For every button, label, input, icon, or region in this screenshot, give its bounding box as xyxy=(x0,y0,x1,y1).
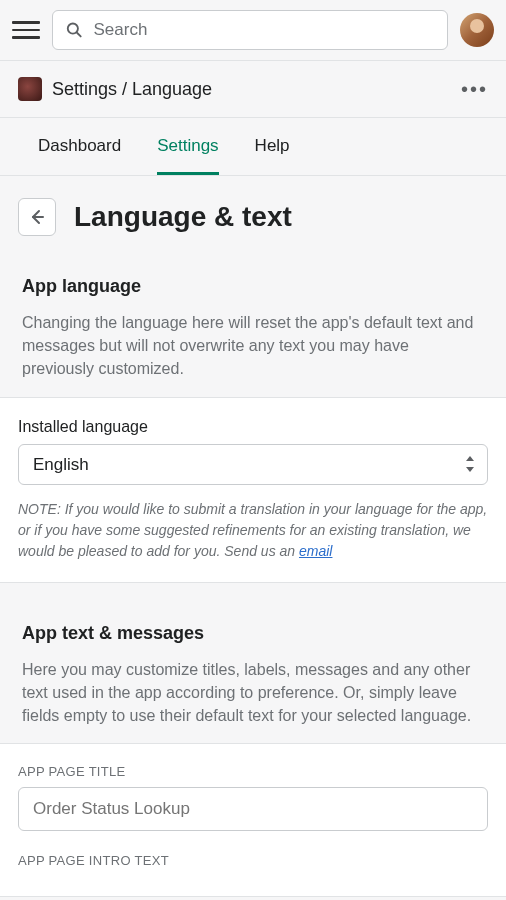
section-title-app-language: App language xyxy=(22,276,484,297)
more-actions-button[interactable]: ••• xyxy=(461,78,488,101)
email-link[interactable]: email xyxy=(299,543,332,559)
tab-settings[interactable]: Settings xyxy=(157,118,218,175)
installed-language-note: NOTE: If you would like to submit a tran… xyxy=(18,499,488,562)
app-page-title-label: APP PAGE TITLE xyxy=(18,764,488,779)
tabs: Dashboard Settings Help xyxy=(0,118,506,176)
search-box[interactable] xyxy=(52,10,448,50)
svg-line-1 xyxy=(77,33,81,37)
installed-language-label: Installed language xyxy=(18,418,488,436)
arrow-left-icon xyxy=(27,207,47,227)
search-icon xyxy=(65,20,83,40)
tab-dashboard[interactable]: Dashboard xyxy=(38,118,121,175)
hamburger-menu-button[interactable] xyxy=(12,16,40,44)
breadcrumb: Settings / Language xyxy=(52,79,212,100)
app-page-title-input[interactable] xyxy=(18,787,488,831)
section-desc-app-language: Changing the language here will reset th… xyxy=(22,311,484,381)
page-title: Language & text xyxy=(74,201,292,233)
installed-language-select[interactable]: English xyxy=(18,444,488,485)
app-page-intro-label: APP PAGE INTRO TEXT xyxy=(18,853,488,868)
section-desc-app-text: Here you may customize titles, labels, m… xyxy=(22,658,484,728)
tab-help[interactable]: Help xyxy=(255,118,290,175)
app-icon xyxy=(18,77,42,101)
back-button[interactable] xyxy=(18,198,56,236)
avatar[interactable] xyxy=(460,13,494,47)
section-title-app-text: App text & messages xyxy=(22,623,484,644)
search-input[interactable] xyxy=(93,20,435,40)
